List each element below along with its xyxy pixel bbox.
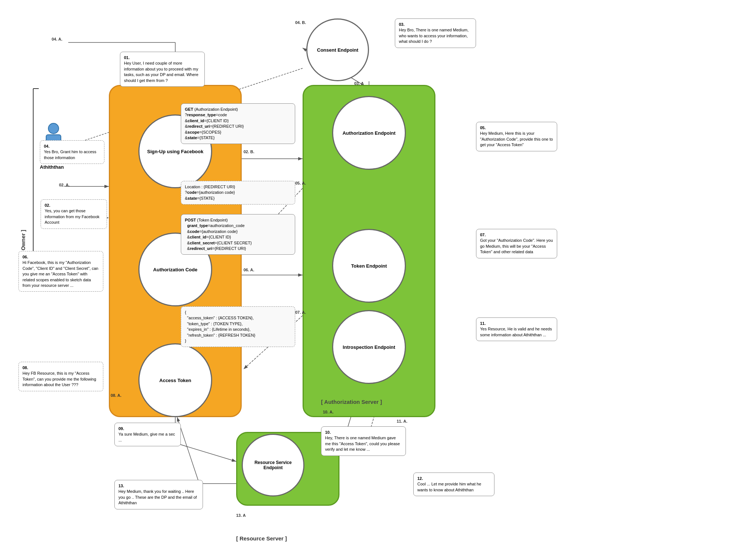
get-request-text: GET (Authorization Endpoint) ?response_t… [185, 107, 244, 140]
token-endpoint-label: Token Endpoint [347, 260, 390, 272]
note-10: 10. Hey, There is one named Medium gave … [321, 426, 406, 456]
note-03: 03. Hey Bro, There is one named Medium, … [395, 18, 476, 48]
note-08: 08. Hey FB Resource, this is my "Access … [18, 362, 103, 391]
token-response-text: { "access_token" : {ACCESS TOKEN}, "toke… [185, 310, 255, 343]
resource-service-label: Resource Service Endpoint [243, 457, 303, 473]
auth-endpoint-label: Authorization Endpoint [339, 127, 399, 140]
svg-line-17 [175, 443, 236, 461]
step-06: 06. [23, 255, 28, 259]
resource-service-circle: Resource Service Endpoint [242, 434, 304, 497]
step-13: 13. [118, 484, 124, 488]
post-request-box: POST (Token Endpoint) grant_type=authori… [181, 214, 295, 255]
note-04-text: Yes Bro, Grant him to access those infor… [44, 150, 96, 159]
step-04b-label: 04. B. [295, 20, 306, 25]
step-13a-label: 13. A [236, 513, 246, 518]
note-01-text: Hey User, I need couple of more informat… [124, 61, 199, 82]
note-09-text: Ya sure Medium, give me a sec ... [118, 432, 175, 442]
signup-facebook-label: Sign-Up using Facebook [144, 145, 207, 158]
redirect-response-box: Location : {REDIRECT URI} ?code={authori… [181, 181, 295, 205]
note-13: 13. Hey Medium, thank you for waiting ..… [114, 480, 203, 509]
step-02: 02. [45, 203, 50, 207]
step-01: 01. [124, 55, 130, 60]
note-01: 01. Hey User, I need couple of more info… [120, 52, 205, 87]
note-11: 11. Yes Resource, He is valid and he nee… [476, 317, 557, 341]
introspection-endpoint-circle: Introspection Endpoint [332, 310, 406, 384]
step-05: 05. [480, 126, 486, 130]
step-09: 09. [118, 426, 124, 431]
note-06-text: Hi Facebook, this is my "Authorization C… [23, 260, 98, 288]
step-12: 12. [417, 476, 423, 481]
get-request-box: GET (Authorization Endpoint) ?response_t… [181, 103, 295, 144]
person-name: Athiththan [40, 164, 64, 170]
access-token-label: Access Token [156, 374, 195, 387]
step-07a-label: 07. A. [295, 310, 306, 315]
resource-server-label: [ Resource Server ] [236, 535, 287, 542]
step-04a-label: 04. A. [52, 37, 62, 41]
note-05-text: Hey Medium, Here this is your "Authoriza… [480, 131, 553, 147]
step-03: 03. [399, 22, 404, 27]
step-02a-label: 02. A. [59, 183, 70, 187]
step-05a-label: 05. A. [295, 181, 306, 185]
step-08a-label: 08. A. [111, 393, 121, 398]
consent-endpoint-circle: Consent Endpoint [306, 18, 369, 81]
step-11a-label: 11. A. [397, 419, 407, 423]
note-08-text: Hey FB Resource, this is my "Access Toke… [23, 371, 96, 387]
step-03a-label: 03. A [354, 81, 364, 86]
step-11: 11. [480, 321, 486, 326]
post-request-text: POST (Token Endpoint) grant_type=authori… [185, 218, 252, 251]
token-response-box: { "access_token" : {ACCESS TOKEN}, "toke… [181, 306, 295, 347]
note-05: 05. Hey Medium, Here this is your "Autho… [476, 122, 557, 151]
auth-endpoint-circle: Authorization Endpoint [332, 96, 406, 170]
diagram-container: [ Client ] [ Authorization Server ] Cons… [0, 0, 738, 560]
introspection-endpoint-label: Introspection Endpoint [339, 341, 399, 354]
svg-point-24 [48, 123, 59, 134]
step-08: 08. [23, 365, 28, 370]
note-12: 12. Cool ... Let me provide him what he … [413, 473, 494, 496]
consent-endpoint-label: Consent Endpoint [317, 47, 358, 53]
step-10a-label: 10. A. [323, 410, 334, 414]
step-07: 07. [480, 233, 486, 237]
note-13-text: Hey Medium, thank you for waiting .. Her… [118, 489, 197, 505]
note-02-text: Yes, you can get those information from … [45, 209, 100, 224]
note-12-text: Cool ... Let me provide him what he want… [417, 482, 481, 492]
note-07-text: Got your "Authorization Code". Here you … [480, 238, 553, 254]
step-06a-label: 06. A. [244, 268, 254, 272]
note-11-text: Yes Resource, He is valid and he needs s… [480, 327, 552, 337]
note-04: 04. Yes Bro, Grant him to access those i… [40, 140, 104, 164]
redirect-response-text: Location : {REDIRECT URI} ?code={authori… [185, 185, 235, 200]
note-10-text: Hey, There is one named Medium gave me t… [325, 436, 400, 451]
step-04: 04. [44, 144, 49, 148]
note-09: 09. Ya sure Medium, give me a sec ... [114, 423, 181, 446]
note-07: 07. Got your "Authorization Code". Here … [476, 229, 557, 258]
step-02b-label: 02. B. [244, 150, 254, 154]
note-06: 06. Hi Facebook, this is my "Authorizati… [18, 251, 103, 292]
note-02: 02. Yes, you can get those information f… [41, 199, 107, 229]
step-10: 10. [325, 430, 331, 434]
access-token-circle: Access Token [138, 343, 212, 417]
note-03-text: Hey Bro, There is one named Medium, who … [399, 28, 469, 44]
auth-code-label: Authorization Code [149, 263, 201, 276]
auth-server-label: [ Authorization Server ] [321, 399, 382, 405]
token-endpoint-circle: Token Endpoint [332, 229, 406, 303]
